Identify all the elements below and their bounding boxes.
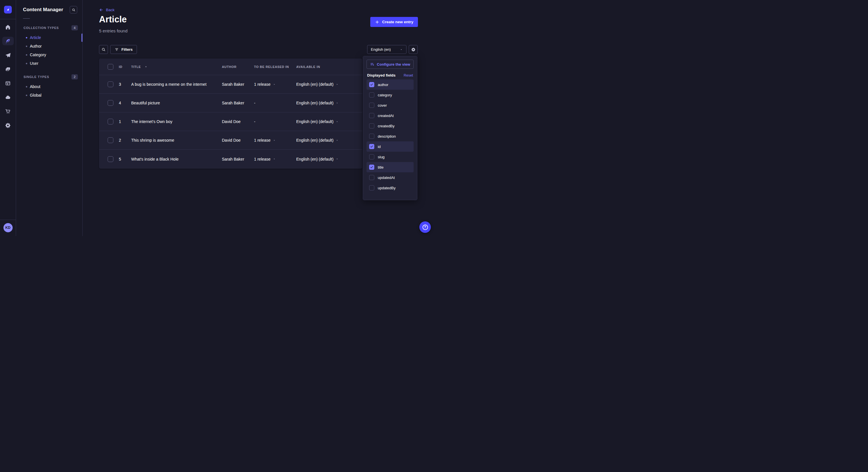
bullet-icon bbox=[26, 63, 27, 64]
app-root: KD Content Manager COLLECTION TYPES 4 Ar… bbox=[0, 0, 434, 236]
field-toggle-cover[interactable]: cover bbox=[367, 100, 414, 110]
locale-select[interactable]: English (en) bbox=[367, 45, 406, 54]
field-toggle-id[interactable]: id bbox=[367, 141, 414, 152]
checkbox bbox=[369, 123, 374, 129]
sidebar-item-category[interactable]: Category bbox=[16, 50, 82, 59]
releases-dropdown[interactable]: 1 release bbox=[254, 138, 276, 142]
chevron-down-icon bbox=[400, 48, 403, 51]
bullet-icon bbox=[26, 45, 27, 47]
table-row[interactable]: 1 The internet's Own boy David Doe - Eng… bbox=[99, 112, 362, 131]
layout-icon[interactable] bbox=[2, 79, 14, 88]
row-checkbox[interactable] bbox=[107, 119, 113, 125]
settings-gear-icon[interactable] bbox=[2, 121, 14, 130]
question-mark-icon: ? bbox=[423, 225, 428, 230]
releases-dropdown[interactable]: - bbox=[254, 101, 255, 105]
active-nav-indicator bbox=[82, 34, 82, 42]
sort-ascending-icon bbox=[144, 65, 148, 68]
row-checkbox[interactable] bbox=[107, 100, 113, 106]
releases-dropdown[interactable]: - bbox=[254, 119, 255, 124]
subnav-search-button[interactable] bbox=[70, 6, 77, 13]
releases-dropdown[interactable]: 1 release bbox=[254, 157, 276, 162]
releases-dropdown[interactable]: 1 release bbox=[254, 82, 276, 87]
view-settings-gear-button[interactable] bbox=[409, 45, 417, 54]
configure-view-popover: Configure the view Displayed fields Rese… bbox=[363, 56, 417, 200]
checkbox bbox=[369, 92, 374, 98]
content-manager-subnav: Content Manager COLLECTION TYPES 4 Artic… bbox=[16, 0, 83, 236]
column-header-available: AVAILABLE IN bbox=[296, 65, 320, 69]
sidebar-item-article[interactable]: Article bbox=[16, 33, 82, 42]
create-new-entry-button[interactable]: Create new entry bbox=[370, 17, 418, 27]
rail-top bbox=[0, 0, 16, 19]
sidebar-item-author[interactable]: Author bbox=[16, 42, 82, 50]
select-all-checkbox[interactable] bbox=[107, 64, 113, 70]
table-row[interactable]: 2 This shrimp is awesome David Doe 1 rel… bbox=[99, 131, 362, 150]
chevron-down-icon bbox=[273, 139, 276, 142]
bullet-icon bbox=[26, 37, 27, 38]
reset-fields-button[interactable]: Reset bbox=[404, 73, 413, 77]
rail-icons bbox=[2, 19, 14, 130]
field-toggle-createdBy[interactable]: createdBy bbox=[367, 121, 414, 131]
sidebar-item-user[interactable]: User bbox=[16, 59, 82, 68]
checkbox bbox=[369, 103, 374, 108]
displayed-fields-title: Displayed fields bbox=[367, 73, 396, 77]
chevron-down-icon bbox=[336, 139, 338, 142]
check-icon bbox=[370, 83, 373, 86]
field-toggle-title[interactable]: title bbox=[367, 162, 414, 172]
table-row[interactable]: 3 A bug is becoming a meme on the intern… bbox=[99, 75, 362, 94]
row-checkbox[interactable] bbox=[107, 156, 113, 162]
strapi-logo[interactable] bbox=[4, 6, 12, 13]
column-header-id: ID bbox=[119, 65, 122, 69]
locales-dropdown[interactable]: English (en) (default) bbox=[296, 138, 338, 142]
field-toggle-createdAt[interactable]: createdAt bbox=[367, 110, 414, 121]
locales-dropdown[interactable]: English (en) (default) bbox=[296, 82, 338, 87]
checkbox bbox=[369, 113, 374, 118]
field-toggle-updatedAt[interactable]: updatedAt bbox=[367, 172, 414, 183]
column-header-title[interactable]: TITLE bbox=[131, 65, 148, 69]
collection-types-section: COLLECTION TYPES 4 Article Author Catego… bbox=[16, 25, 82, 68]
column-header-author: AUTHOR bbox=[222, 65, 237, 69]
help-button[interactable]: ? bbox=[420, 222, 431, 233]
field-toggle-description[interactable]: description bbox=[367, 131, 414, 141]
content-manager-feather-icon[interactable] bbox=[2, 37, 14, 45]
search-icon bbox=[101, 47, 105, 52]
entries-table: ID TITLE AUTHOR TO BE RELEASED IN AVAILA… bbox=[99, 59, 362, 169]
paper-plane-icon[interactable] bbox=[2, 51, 14, 59]
home-icon[interactable] bbox=[2, 23, 14, 31]
sidebar-item-global[interactable]: Global bbox=[16, 91, 82, 100]
configure-the-view-button[interactable]: Configure the view bbox=[367, 60, 414, 69]
table-row[interactable]: 5 What's inside a Black Hole Sarah Baker… bbox=[99, 150, 362, 168]
collection-types-count-badge: 4 bbox=[71, 25, 78, 30]
locales-dropdown[interactable]: English (en) (default) bbox=[296, 157, 338, 162]
locales-dropdown[interactable]: English (en) (default) bbox=[296, 119, 338, 124]
avatar[interactable]: KD bbox=[3, 223, 12, 232]
list-plus-icon bbox=[370, 62, 375, 67]
section-label: COLLECTION TYPES bbox=[24, 26, 59, 30]
checkbox bbox=[369, 134, 374, 139]
checkbox bbox=[369, 185, 374, 191]
row-checkbox[interactable] bbox=[107, 137, 113, 143]
sidebar-item-about[interactable]: About bbox=[16, 82, 82, 91]
table-row[interactable]: 4 Beautiful picture Sarah Baker - Englis… bbox=[99, 94, 362, 112]
main-content: Back Article 5 entries found Create new … bbox=[83, 0, 434, 236]
back-link[interactable]: Back bbox=[99, 8, 115, 12]
section-label: SINGLE TYPES bbox=[24, 75, 49, 78]
subnav-title: Content Manager bbox=[23, 7, 63, 12]
filters-button[interactable]: Filters bbox=[110, 45, 137, 54]
field-toggle-author[interactable]: author bbox=[367, 79, 414, 90]
row-checkbox[interactable] bbox=[107, 81, 113, 87]
search-button[interactable] bbox=[99, 45, 108, 54]
filter-icon bbox=[115, 47, 119, 52]
cloud-icon[interactable] bbox=[2, 93, 14, 102]
media-library-icon[interactable] bbox=[2, 65, 14, 73]
chevron-down-icon bbox=[336, 121, 338, 123]
field-toggle-category[interactable]: category bbox=[367, 90, 414, 100]
bullet-icon bbox=[26, 54, 27, 56]
checkbox bbox=[369, 175, 374, 180]
field-toggle-slug[interactable]: slug bbox=[367, 152, 414, 162]
locales-dropdown[interactable]: English (en) (default) bbox=[296, 101, 338, 105]
cart-icon[interactable] bbox=[2, 107, 14, 115]
back-arrow-icon bbox=[99, 8, 103, 12]
field-toggle-updatedBy[interactable]: updatedBy bbox=[367, 183, 414, 193]
single-types-count-badge: 2 bbox=[71, 74, 78, 79]
entries-count: 5 entries found bbox=[99, 28, 127, 33]
